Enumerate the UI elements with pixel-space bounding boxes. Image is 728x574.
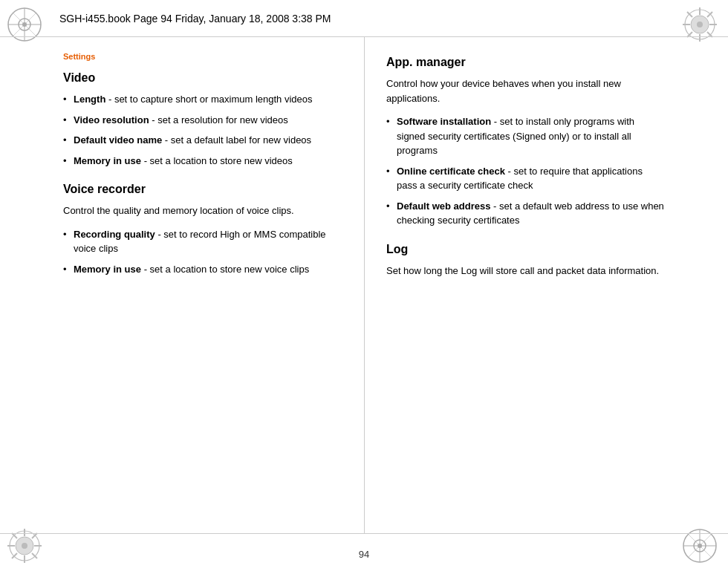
video-list: Length - set to capture short or maximum… xyxy=(63,92,342,168)
page-header: SGH-i455.book Page 94 Friday, January 18… xyxy=(0,0,728,37)
list-item: Recording quality - set to record High o… xyxy=(63,227,342,256)
log-heading: Log xyxy=(386,243,665,256)
voice-recorder-heading: Voice recorder xyxy=(63,183,342,196)
app-manager-section: App. manager Control how your device beh… xyxy=(386,56,665,228)
list-item: Length - set to capture short or maximum… xyxy=(63,92,342,107)
right-column: App. manager Control how your device beh… xyxy=(379,52,665,518)
log-section: Log Set how long the Log will store call… xyxy=(386,243,665,278)
list-item: Online certificate check - set to requir… xyxy=(386,164,665,193)
item-bold: Memory in use xyxy=(74,264,141,275)
list-item: Memory in use - set a location to store … xyxy=(63,154,342,169)
item-bold: Length xyxy=(74,94,105,105)
item-bold: Online certificate check xyxy=(397,166,505,177)
page-footer: 94 xyxy=(0,533,728,574)
item-bold: Default web address xyxy=(397,200,490,212)
item-bold: Software installation xyxy=(397,116,491,127)
list-item: Video resolution - set a resolution for … xyxy=(63,113,342,128)
list-item: Default video name - set a default label… xyxy=(63,133,342,148)
page-number: 94 xyxy=(359,549,369,560)
app-manager-description: Control how your device behaves when you… xyxy=(386,76,665,105)
header-text: SGH-i455.book Page 94 Friday, January 18… xyxy=(59,13,331,25)
list-item: Software installation - set to install o… xyxy=(386,114,665,158)
item-bold: Recording quality xyxy=(74,229,155,240)
app-manager-heading: App. manager xyxy=(386,56,665,69)
item-bold: Video resolution xyxy=(74,114,149,125)
voice-recorder-description: Control the quality and memory location … xyxy=(63,203,342,218)
item-bold: Default video name xyxy=(74,134,162,146)
video-heading: Video xyxy=(63,71,342,85)
log-description: Set how long the Log will store call and… xyxy=(386,264,665,278)
settings-label: Settings xyxy=(63,52,342,61)
left-column: Settings Video Length - set to capture s… xyxy=(63,52,349,518)
main-content: Settings Video Length - set to capture s… xyxy=(56,37,672,533)
list-item: Memory in use - set a location to store … xyxy=(63,262,342,277)
app-manager-list: Software installation - set to install o… xyxy=(386,114,665,228)
voice-recorder-list: Recording quality - set to record High o… xyxy=(63,227,342,277)
list-item: Default web address - set a default web … xyxy=(386,199,665,228)
video-section: Video Length - set to capture short or m… xyxy=(63,71,342,168)
voice-recorder-section: Voice recorder Control the quality and m… xyxy=(63,183,342,276)
item-bold: Memory in use xyxy=(74,155,141,166)
